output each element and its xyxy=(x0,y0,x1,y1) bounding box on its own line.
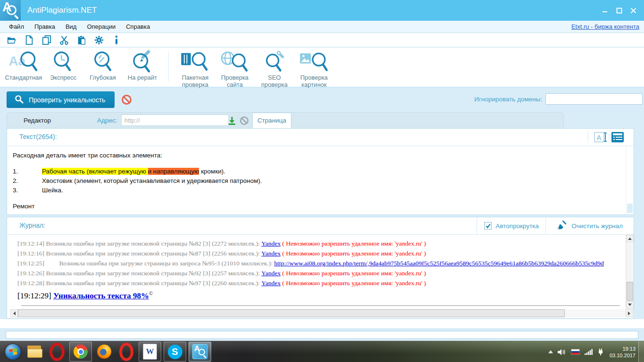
mode-batch-button[interactable]: Пакетная проверка xyxy=(175,49,215,88)
cut-scissors-icon[interactable] xyxy=(59,35,69,45)
log-source-link[interactable]: Yandex xyxy=(262,250,281,257)
taskbar-button-antiplagiarism[interactable]: A xyxy=(189,342,211,362)
mode-express-button[interactable]: Экспресс xyxy=(43,49,83,81)
taskbar-button-start[interactable] xyxy=(3,342,23,361)
autoscroll-toggle[interactable]: Автопрокрутка xyxy=(477,217,546,234)
show-desktop-button[interactable] xyxy=(638,341,644,362)
editor-text-line: 3.Шейка. xyxy=(13,186,626,195)
view-mode-icon[interactable] xyxy=(611,132,624,143)
system-tray: 19:13 03.10.2017 xyxy=(548,341,636,362)
log-entry: [19:12:16] Возникла ошибка при загрузке … xyxy=(17,248,626,258)
network-signal-icon[interactable] xyxy=(585,349,593,355)
taskbar-button-firefox[interactable] xyxy=(94,342,114,361)
close-button[interactable] xyxy=(626,0,640,21)
scrollbar-thumb[interactable] xyxy=(627,282,633,301)
editor-header: Текст(2654): A xyxy=(7,129,634,146)
tab-page[interactable]: Страница xyxy=(252,113,291,129)
address-input[interactable] xyxy=(121,115,229,126)
taskbar-button-explorer[interactable] xyxy=(25,342,45,361)
taskbar-button-word[interactable]: W xyxy=(139,342,161,362)
volume-icon[interactable] xyxy=(558,349,566,355)
site-magnifier-icon xyxy=(215,49,255,73)
copy-document-icon[interactable] xyxy=(41,35,52,45)
check-button-label: Проверить уникальность xyxy=(29,96,105,104)
stop-icon[interactable] xyxy=(121,94,132,105)
seo-magnifier-icon xyxy=(255,49,294,73)
hidden-icons-chevron-icon[interactable] xyxy=(548,350,553,354)
editor-text-line: Ремонт xyxy=(13,202,626,211)
open-folder-icon[interactable] xyxy=(7,35,17,45)
log-horizontal-scrollbar[interactable] xyxy=(10,309,633,317)
language-ru-flag-icon[interactable] xyxy=(571,349,580,355)
word-icon: W xyxy=(143,344,157,360)
log-source-link[interactable]: http://www.ai08.org/index.php/term/,9da4… xyxy=(274,260,604,267)
taskbar-button-skype[interactable]: S xyxy=(164,342,186,362)
settings-gear-icon[interactable] xyxy=(94,35,104,45)
menu-item-Правка[interactable]: Правка xyxy=(29,21,60,33)
mode-label: Глубокая xyxy=(83,74,123,81)
skype-icon: S xyxy=(168,345,182,359)
minimize-button[interactable] xyxy=(598,0,612,21)
mode-deep-button[interactable]: Глубокая xyxy=(83,49,123,81)
mode-rewrite-button[interactable]: На рерайт xyxy=(123,49,162,81)
scroll-up-button[interactable] xyxy=(626,235,634,242)
scroll-left-button[interactable] xyxy=(10,309,18,317)
scrollbar-thumb[interactable] xyxy=(627,204,633,213)
clear-log-button[interactable]: Очистить журнал xyxy=(545,217,634,234)
scroll-right-button[interactable] xyxy=(626,309,633,317)
firefox-icon xyxy=(97,345,111,359)
mode-label: Проверка сайта xyxy=(215,74,255,88)
log-source-link[interactable]: Yandex xyxy=(262,240,281,247)
paste-clipboard-icon[interactable] xyxy=(76,35,87,45)
scrollbar-thumb[interactable] xyxy=(18,309,565,317)
taskbar-button-opera[interactable] xyxy=(116,342,136,361)
log-timestamp: [19:12:26] xyxy=(17,270,44,277)
editor-vertical-scrollbar[interactable] xyxy=(626,146,634,214)
window-title: AntiPlagiarism.NET xyxy=(27,0,97,21)
mode-standard-button[interactable]: AaСтандартная xyxy=(4,49,43,81)
mode-site-button[interactable]: Проверка сайта xyxy=(215,49,255,88)
log-vertical-scrollbar[interactable] xyxy=(626,235,634,309)
taskbar-button-opera-classic[interactable] xyxy=(47,342,67,361)
cancel-download-icon[interactable] xyxy=(239,116,249,125)
scroll-down-button[interactable] xyxy=(626,301,634,309)
title-bar: A AntiPlagiarism.NET xyxy=(0,0,644,21)
log-source-link[interactable]: Yandex xyxy=(262,270,281,277)
maximize-button[interactable] xyxy=(612,0,626,21)
mode-images-button[interactable]: Проверка картинок xyxy=(294,49,334,88)
express-magnifier-icon xyxy=(43,49,83,73)
mode-seo-button[interactable]: SEO проверка xyxy=(255,49,294,88)
info-icon[interactable] xyxy=(111,35,122,45)
clock-time: 19:13 xyxy=(610,346,636,352)
mode-label: Экспресс xyxy=(43,74,83,81)
tab-editor[interactable]: Редактор xyxy=(24,117,51,124)
editor-text-area[interactable]: Расходная деталь имеет три составных эле… xyxy=(7,146,626,214)
taskbar-button-chrome[interactable] xyxy=(69,342,92,362)
result-timestamp: [19:12:29] xyxy=(17,291,53,300)
uniqueness-result-link[interactable]: Уникальность текста 98% xyxy=(53,291,149,300)
explorer-folder-icon xyxy=(27,346,42,358)
status-progress-bar xyxy=(6,331,638,339)
log-entry: [19:12:14] Возникла ошибка при загрузке … xyxy=(17,239,626,248)
menu-item-Вид[interactable]: Вид xyxy=(60,21,82,33)
taskbar-clock[interactable]: 19:13 03.10.2017 xyxy=(610,346,636,359)
ignore-domains-input[interactable] xyxy=(545,93,643,105)
app-logo-icon: A xyxy=(0,0,21,21)
mode-label: Пакетная проверка xyxy=(175,74,215,88)
check-uniqueness-button[interactable]: Проверить уникальность xyxy=(7,91,115,108)
autoscroll-checkbox[interactable] xyxy=(484,222,492,230)
menu-item-Файл[interactable]: Файл xyxy=(4,21,29,33)
address-label: Адрес: xyxy=(97,117,117,124)
log-source-link[interactable]: Yandex xyxy=(262,280,281,287)
new-document-icon[interactable] xyxy=(24,35,34,45)
download-page-icon[interactable] xyxy=(228,116,236,125)
menu-item-Операции[interactable]: Операции xyxy=(82,21,121,33)
deep-magnifier-icon xyxy=(83,49,123,73)
etxt-link[interactable]: Etxt.ru - биржа контента xyxy=(571,21,639,33)
log-entry: [19:12:28] Возникла ошибка при загрузке … xyxy=(17,278,626,288)
menu-item-Справка[interactable]: Справка xyxy=(121,21,155,33)
power-plug-icon[interactable] xyxy=(597,348,604,355)
log-header: Журнал: Автопрокрутка Очистить журнал xyxy=(7,217,634,235)
images-magnifier-icon xyxy=(294,49,334,73)
font-size-icon[interactable]: A xyxy=(594,132,607,143)
